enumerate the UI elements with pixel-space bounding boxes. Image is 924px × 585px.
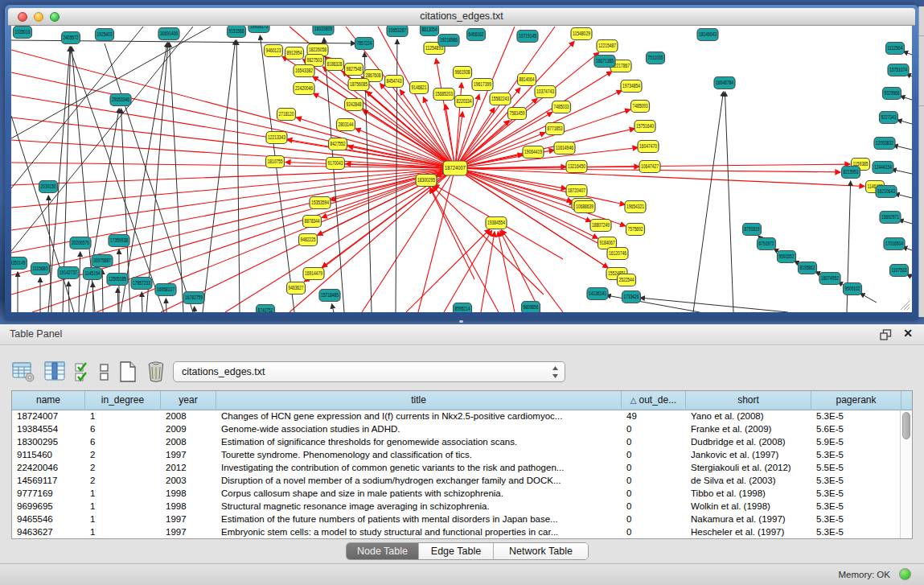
graph-edge[interactable] — [455, 168, 626, 226]
table-cell[interactable]: 0 — [622, 449, 686, 462]
graph-edge[interactable] — [455, 147, 638, 168]
table-cell[interactable]: 5.3E-5 — [811, 410, 901, 423]
graph-node[interactable]: 10653287 — [387, 26, 408, 37]
graph-node[interactable]: 16914479 — [303, 268, 324, 280]
graph-node[interactable]: 10719145 — [517, 31, 538, 43]
graph-edge[interactable] — [11, 168, 455, 275]
graph-node[interactable]: 8427552 — [329, 138, 347, 150]
graph-node[interactable]: 1112504 — [886, 43, 905, 55]
table-cell[interactable]: 0 — [622, 462, 686, 475]
graph-node[interactable]: 9460123 — [265, 45, 283, 57]
graph-edge[interactable] — [11, 50, 455, 168]
graph-node[interactable]: 9170043 — [326, 158, 345, 170]
graph-node[interactable]: 16120746 — [607, 248, 628, 260]
table-header-row[interactable]: namein_degreeyeartitle△out_de...shortpag… — [12, 391, 912, 410]
graph-node[interactable]: 7857224 — [355, 38, 374, 50]
graph-node[interactable]: 16543382 — [294, 65, 314, 77]
graph-node[interactable]: 8195862 — [799, 262, 817, 274]
graph-node[interactable]: 19218986 — [438, 35, 459, 47]
table-row[interactable]: 911546021997Tourette syndrome. Phenomeno… — [12, 449, 912, 462]
table-row[interactable]: 977716911998Corpus callosum shape and si… — [12, 488, 912, 501]
table-cell[interactable]: 1 — [85, 488, 161, 501]
graph-node[interactable]: 1925403 — [96, 29, 114, 41]
graph-node[interactable]: 18720407 — [566, 185, 587, 197]
graph-edge[interactable] — [11, 168, 455, 208]
graph-node[interactable]: 19939175 — [248, 26, 269, 33]
graph-node[interactable]: 12215487 — [597, 40, 618, 52]
column-header-title[interactable]: title — [216, 391, 622, 410]
graph-edge[interactable] — [640, 298, 788, 312]
table-cell[interactable]: 22420046 — [12, 462, 85, 475]
graph-edge[interactable] — [32, 168, 455, 312]
table-cell[interactable]: 2008 — [161, 410, 216, 423]
graph-node[interactable]: 8771853 — [546, 123, 565, 135]
graph-node[interactable]: 9242848 — [345, 99, 363, 111]
graph-node[interactable]: 2522544 — [618, 274, 636, 286]
graph-node[interactable]: 9809856 — [522, 302, 540, 313]
table-cell[interactable]: 1998 — [161, 501, 216, 513]
graph-edge[interactable] — [406, 229, 490, 312]
table-cell[interactable]: Changes of HCN gene expression and I(f) … — [216, 410, 622, 423]
graph-node[interactable]: 1035016 — [14, 27, 32, 39]
table-cell[interactable]: 0 — [622, 475, 686, 488]
graph-edge[interactable] — [893, 146, 912, 150]
table-cell[interactable]: Corpus callosum shape and size in male p… — [216, 488, 622, 501]
column-header-year[interactable]: year — [161, 391, 216, 410]
table-cell[interactable]: 2 — [85, 462, 161, 475]
graph-node[interactable]: 8186328 — [326, 59, 344, 71]
graph-node[interactable]: 15353594 — [310, 197, 331, 209]
table-row[interactable]: 2242004622012Investigating the contribut… — [12, 462, 912, 475]
table-cell[interactable]: 6 — [85, 436, 161, 449]
graph-node[interactable]: 2803144 — [337, 119, 355, 131]
graph-edge[interactable] — [481, 232, 495, 312]
table-scrollbar-thumb[interactable] — [902, 412, 910, 439]
table-cell[interactable]: 2009 — [161, 423, 216, 436]
table-cell[interactable]: Dudbridge et al. (2008) — [686, 436, 811, 449]
graph-node[interactable]: 1733426 — [622, 291, 641, 303]
table-cell[interactable]: 9465546 — [12, 513, 85, 526]
table-cell[interactable]: Embryonic stem cells: a model to study s… — [216, 526, 622, 539]
table-cell[interactable]: 0 — [622, 423, 686, 436]
graph-edge[interactable] — [68, 282, 69, 312]
graph-edge[interactable] — [97, 168, 455, 312]
table-cell[interactable]: 1997 — [161, 513, 216, 526]
table-cell[interactable]: 2 — [85, 449, 161, 462]
table-cell[interactable]: 0 — [622, 488, 686, 501]
graph-node[interactable]: 19617399 — [472, 79, 493, 91]
graph-node[interactable]: 9146821 — [410, 82, 429, 94]
table-cell[interactable]: 2003 — [161, 475, 216, 488]
graph-edge[interactable] — [725, 92, 733, 312]
table-cell[interactable]: 5.3E-5 — [811, 488, 901, 501]
table-cell[interactable]: Estimation of the future numbers of pati… — [216, 513, 622, 526]
graph-node[interactable]: 29053346 — [110, 94, 131, 106]
graph-node[interactable]: 9329966 — [883, 88, 901, 100]
table-cell[interactable]: 9777169 — [12, 488, 85, 501]
graph-node[interactable]: 16671385 — [594, 56, 615, 68]
table-row[interactable]: 946362711997Embryonic stem cells: a mode… — [12, 526, 912, 539]
graph-edge[interactable] — [895, 194, 912, 198]
table-cell[interactable]: 1 — [85, 513, 161, 526]
graph-node[interactable]: 8215953 — [842, 167, 860, 179]
network-window-titlebar[interactable]: citations_edges.txt — [8, 8, 915, 26]
graph-node[interactable]: 8813054 — [421, 26, 439, 36]
graph-node[interactable]: 15751640 — [634, 121, 655, 133]
graph-node[interactable]: 16782759 — [183, 292, 204, 304]
graph-edge[interactable] — [332, 304, 334, 312]
table-cell[interactable]: Hescheler et al. (1997) — [686, 526, 811, 539]
table-cell[interactable]: Estimation of significance thresholds fo… — [216, 436, 622, 449]
table-cell[interactable]: 5.3E-5 — [811, 513, 901, 526]
graph-node[interactable]: 10374743 — [535, 86, 556, 98]
graph-node[interactable]: 15692971 — [880, 212, 901, 224]
tab-network-table[interactable]: Network Table — [494, 543, 588, 559]
table-row[interactable]: 1456911722003Disruption of a novel membe… — [12, 475, 912, 488]
graph-node[interactable]: 2718120 — [277, 109, 296, 121]
graph-node[interactable]: 18300295 — [416, 175, 437, 187]
tab-node-table[interactable]: Node Table — [347, 543, 419, 559]
table-cell[interactable]: 1 — [85, 410, 161, 423]
graph-node[interactable]: 15685203 — [433, 89, 454, 101]
graph-edge[interactable] — [903, 51, 912, 55]
table-cell[interactable]: 2012 — [161, 462, 216, 475]
table-cell[interactable]: Yano et al. (2008) — [686, 410, 811, 423]
graph-edge[interactable] — [364, 52, 372, 312]
graph-node[interactable]: 8595214 — [454, 303, 472, 313]
